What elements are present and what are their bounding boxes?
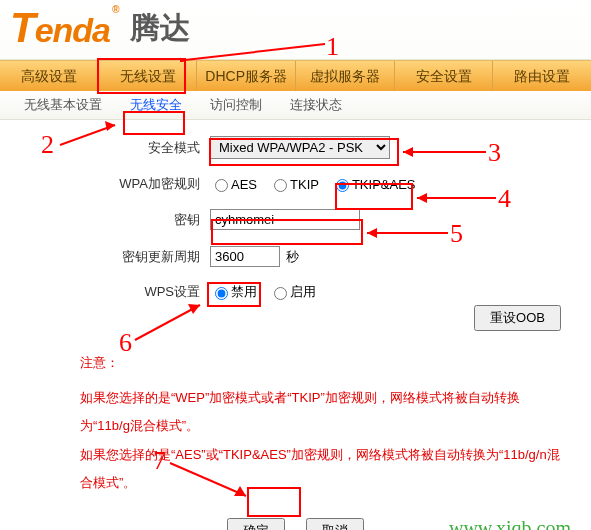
- nav-wireless[interactable]: 无线设置: [99, 61, 198, 91]
- cancel-button[interactable]: 取消: [306, 518, 364, 530]
- notes: 注意： 如果您选择的是“WEP”加密模式或者“TKIP”加密规则，网络模式将被自…: [0, 349, 591, 508]
- notes-p1: 如果您选择的是“WEP”加密模式或者“TKIP”加密规则，网络模式将被自动转换为…: [80, 384, 563, 441]
- wpa-tkipaes[interactable]: TKIP&AES: [331, 176, 416, 192]
- key-input[interactable]: [210, 209, 360, 230]
- header: Tenda® 腾达: [0, 0, 591, 60]
- renew-input[interactable]: [210, 246, 280, 267]
- nav-advanced[interactable]: 高级设置: [0, 61, 99, 91]
- nav-dhcp[interactable]: DHCP服务器: [197, 61, 296, 91]
- wps-disable[interactable]: 禁用: [210, 283, 257, 301]
- notes-title: 注意：: [80, 349, 563, 378]
- notes-p2: 如果您选择的是“AES”或“TKIP&AES”加密规则，网络模式将被自动转换为“…: [80, 441, 563, 498]
- label-key: 密钥: [10, 211, 210, 229]
- subnav-access[interactable]: 访问控制: [196, 91, 276, 119]
- logo: Tenda® 腾达: [10, 4, 591, 52]
- watermark: www.xiqb.com: [449, 517, 571, 530]
- wpa-tkip[interactable]: TKIP: [269, 176, 319, 192]
- label-wpa-rule: WPA加密规则: [10, 175, 210, 193]
- ok-button[interactable]: 确定: [227, 518, 285, 530]
- subnav-status[interactable]: 连接状态: [276, 91, 356, 119]
- main-nav: 高级设置 无线设置 DHCP服务器 虚拟服务器 安全设置 路由设置: [0, 60, 591, 91]
- wpa-aes[interactable]: AES: [210, 176, 257, 192]
- wpa-rule-group: AES TKIP TKIP&AES: [210, 176, 424, 192]
- label-wps: WPS设置: [10, 283, 210, 301]
- renew-unit: 秒: [286, 248, 299, 266]
- subnav-security[interactable]: 无线安全: [116, 91, 196, 119]
- nav-virtual-server[interactable]: 虚拟服务器: [296, 61, 395, 91]
- wps-enable[interactable]: 启用: [269, 283, 316, 301]
- form-area: 安全模式 Mixed WPA/WPA2 - PSK WPA加密规则 AES TK…: [0, 120, 591, 349]
- label-renew: 密钥更新周期: [10, 248, 210, 266]
- nav-security[interactable]: 安全设置: [395, 61, 494, 91]
- security-mode-select[interactable]: Mixed WPA/WPA2 - PSK: [210, 136, 390, 159]
- wps-group: 禁用 启用: [210, 283, 324, 301]
- logo-cn: 腾达: [130, 8, 190, 49]
- nav-routing[interactable]: 路由设置: [493, 61, 591, 91]
- label-security-mode: 安全模式: [10, 139, 210, 157]
- reset-oob-button[interactable]: 重设OOB: [474, 305, 561, 331]
- subnav-basic[interactable]: 无线基本设置: [10, 91, 116, 119]
- logo-text: Tenda®: [10, 4, 118, 52]
- sub-nav: 无线基本设置 无线安全 访问控制 连接状态: [0, 91, 591, 120]
